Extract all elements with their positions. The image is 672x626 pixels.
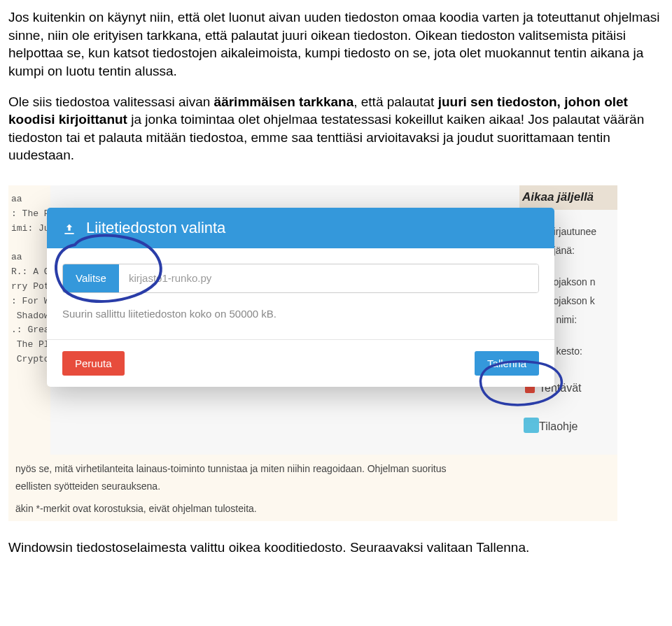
cancel-button[interactable]: Peruuta (62, 351, 125, 376)
filename-display[interactable]: kirjasto1-runko.py (119, 264, 538, 292)
file-upload-dialog: Liitetiedoston valinta Valitse kirjasto1… (47, 208, 554, 387)
bg-right-header: Aikaa jäljellä (519, 185, 617, 210)
dialog-title: Liitetiedoston valinta (86, 218, 225, 239)
instruction-text-block: Jos kuitenkin on käynyt niin, että olet … (8, 8, 664, 164)
screenshot-area: aa : The P imi: Ju aa R.: A G rry Pot : … (8, 185, 617, 521)
dialog-body: Valitse kirjasto1-runko.py Suurin sallit… (47, 248, 554, 340)
figure-caption: Windowsin tiedostoselaimesta valittu oik… (8, 539, 664, 557)
instruction-para2: Ole siis tiedostoa valitessasi aivan äär… (8, 93, 664, 165)
save-button[interactable]: Tallenna (475, 351, 539, 376)
file-input-row: Valitse kirjasto1-runko.py (62, 264, 539, 293)
upload-icon (62, 221, 76, 235)
instruction-para1: Jos kuitenkin on käynyt niin, että olet … (8, 8, 664, 80)
file-select-button[interactable]: Valitse (63, 264, 119, 292)
dialog-footer: Peruuta Tallenna (47, 339, 554, 387)
size-hint-text: Suurin sallittu liitetiedoston koko on 5… (62, 304, 539, 334)
dialog-header: Liitetiedoston valinta (47, 208, 554, 248)
bg-bottom-text: nyös se, mitä virhetilanteita lainaus-to… (8, 455, 617, 521)
bg-right-help: Tilaohje (519, 416, 617, 437)
